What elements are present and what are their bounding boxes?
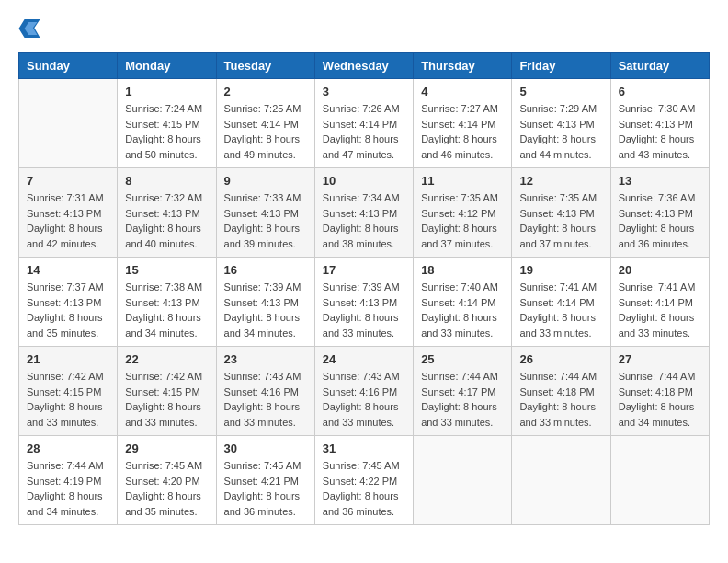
day-cell: 13 Sunrise: 7:36 AM Sunset: 4:13 PM Dayl… [610, 168, 709, 258]
day-info: Sunrise: 7:41 AM Sunset: 4:14 PM Dayligh… [519, 280, 602, 340]
day-info: Sunrise: 7:38 AM Sunset: 4:13 PM Dayligh… [125, 280, 208, 340]
day-cell: 26 Sunrise: 7:44 AM Sunset: 4:18 PM Dayl… [512, 347, 610, 436]
day-number: 18 [421, 263, 504, 277]
day-info: Sunrise: 7:33 AM Sunset: 4:13 PM Dayligh… [224, 190, 307, 251]
day-cell [19, 79, 118, 168]
day-number: 19 [519, 263, 602, 277]
day-number: 5 [519, 85, 602, 98]
day-cell: 6 Sunrise: 7:30 AM Sunset: 4:13 PM Dayli… [610, 79, 709, 168]
day-number: 12 [519, 174, 602, 188]
day-number: 24 [323, 352, 405, 366]
day-number: 8 [125, 174, 208, 188]
week-row-3: 14 Sunrise: 7:37 AM Sunset: 4:13 PM Dayl… [19, 258, 710, 347]
day-cell: 30 Sunrise: 7:45 AM Sunset: 4:21 PM Dayl… [216, 436, 314, 525]
day-cell: 7 Sunrise: 7:31 AM Sunset: 4:13 PM Dayli… [19, 168, 118, 258]
weekday-header-wednesday: Wednesday [314, 53, 413, 79]
day-info: Sunrise: 7:34 AM Sunset: 4:13 PM Dayligh… [323, 190, 405, 251]
day-cell: 12 Sunrise: 7:35 AM Sunset: 4:13 PM Dayl… [512, 168, 610, 258]
day-info: Sunrise: 7:31 AM Sunset: 4:13 PM Dayligh… [27, 190, 109, 251]
day-info: Sunrise: 7:39 AM Sunset: 4:13 PM Dayligh… [323, 280, 405, 340]
day-number: 2 [224, 85, 307, 98]
day-cell: 1 Sunrise: 7:24 AM Sunset: 4:15 PM Dayli… [118, 79, 216, 168]
day-cell: 23 Sunrise: 7:43 AM Sunset: 4:16 PM Dayl… [216, 347, 314, 436]
weekday-header-monday: Monday [118, 53, 216, 79]
day-info: Sunrise: 7:30 AM Sunset: 4:13 PM Dayligh… [619, 101, 701, 162]
day-number: 6 [619, 85, 701, 98]
day-number: 29 [125, 442, 208, 455]
day-cell: 3 Sunrise: 7:26 AM Sunset: 4:14 PM Dayli… [314, 79, 413, 168]
day-info: Sunrise: 7:45 AM Sunset: 4:21 PM Dayligh… [224, 458, 307, 519]
day-number: 28 [27, 442, 109, 455]
day-number: 23 [224, 352, 307, 366]
day-info: Sunrise: 7:37 AM Sunset: 4:13 PM Dayligh… [27, 280, 109, 340]
weekday-header-saturday: Saturday [610, 53, 709, 79]
day-info: Sunrise: 7:44 AM Sunset: 4:19 PM Dayligh… [27, 458, 109, 519]
day-number: 17 [323, 263, 405, 277]
day-cell [610, 436, 709, 525]
day-info: Sunrise: 7:43 AM Sunset: 4:16 PM Dayligh… [323, 369, 405, 430]
day-info: Sunrise: 7:41 AM Sunset: 4:14 PM Dayligh… [619, 280, 701, 340]
day-number: 27 [619, 352, 701, 366]
week-row-1: 1 Sunrise: 7:24 AM Sunset: 4:15 PM Dayli… [19, 79, 710, 168]
day-cell: 21 Sunrise: 7:42 AM Sunset: 4:15 PM Dayl… [19, 347, 118, 436]
header [18, 18, 710, 38]
day-cell: 22 Sunrise: 7:42 AM Sunset: 4:15 PM Dayl… [118, 347, 216, 436]
day-info: Sunrise: 7:42 AM Sunset: 4:15 PM Dayligh… [27, 369, 109, 430]
weekday-header-friday: Friday [512, 53, 610, 79]
day-cell: 2 Sunrise: 7:25 AM Sunset: 4:14 PM Dayli… [216, 79, 314, 168]
logo [18, 18, 44, 38]
day-info: Sunrise: 7:44 AM Sunset: 4:18 PM Dayligh… [619, 369, 701, 430]
day-number: 25 [421, 352, 504, 366]
day-number: 14 [27, 263, 109, 277]
weekday-header-sunday: Sunday [19, 53, 118, 79]
calendar: SundayMondayTuesdayWednesdayThursdayFrid… [18, 52, 710, 525]
weekday-header-row: SundayMondayTuesdayWednesdayThursdayFrid… [19, 53, 710, 79]
day-cell: 31 Sunrise: 7:45 AM Sunset: 4:22 PM Dayl… [314, 436, 413, 525]
day-cell: 20 Sunrise: 7:41 AM Sunset: 4:14 PM Dayl… [610, 258, 709, 347]
day-cell: 18 Sunrise: 7:40 AM Sunset: 4:14 PM Dayl… [414, 258, 512, 347]
day-cell: 14 Sunrise: 7:37 AM Sunset: 4:13 PM Dayl… [19, 258, 118, 347]
weekday-header-tuesday: Tuesday [216, 53, 314, 79]
day-number: 20 [619, 263, 701, 277]
day-info: Sunrise: 7:44 AM Sunset: 4:18 PM Dayligh… [519, 369, 602, 430]
day-number: 1 [125, 85, 208, 98]
day-number: 26 [519, 352, 602, 366]
day-info: Sunrise: 7:36 AM Sunset: 4:13 PM Dayligh… [619, 190, 701, 251]
day-info: Sunrise: 7:39 AM Sunset: 4:13 PM Dayligh… [224, 280, 307, 340]
day-info: Sunrise: 7:26 AM Sunset: 4:14 PM Dayligh… [323, 101, 405, 162]
day-cell [512, 436, 610, 525]
day-number: 13 [619, 174, 701, 188]
day-info: Sunrise: 7:29 AM Sunset: 4:13 PM Dayligh… [519, 101, 602, 162]
week-row-5: 28 Sunrise: 7:44 AM Sunset: 4:19 PM Dayl… [19, 436, 710, 525]
day-info: Sunrise: 7:35 AM Sunset: 4:12 PM Dayligh… [421, 190, 504, 251]
day-info: Sunrise: 7:45 AM Sunset: 4:20 PM Dayligh… [125, 458, 208, 519]
day-cell: 4 Sunrise: 7:27 AM Sunset: 4:14 PM Dayli… [414, 79, 512, 168]
day-number: 30 [224, 442, 307, 455]
day-info: Sunrise: 7:24 AM Sunset: 4:15 PM Dayligh… [125, 101, 208, 162]
day-info: Sunrise: 7:42 AM Sunset: 4:15 PM Dayligh… [125, 369, 208, 430]
day-cell: 16 Sunrise: 7:39 AM Sunset: 4:13 PM Dayl… [216, 258, 314, 347]
day-number: 7 [27, 174, 109, 188]
logo-icon [18, 19, 40, 38]
day-number: 22 [125, 352, 208, 366]
day-cell: 5 Sunrise: 7:29 AM Sunset: 4:13 PM Dayli… [512, 79, 610, 168]
day-cell: 11 Sunrise: 7:35 AM Sunset: 4:12 PM Dayl… [414, 168, 512, 258]
week-row-2: 7 Sunrise: 7:31 AM Sunset: 4:13 PM Dayli… [19, 168, 710, 258]
day-cell [414, 436, 512, 525]
day-number: 15 [125, 263, 208, 277]
day-number: 3 [323, 85, 405, 98]
day-cell: 15 Sunrise: 7:38 AM Sunset: 4:13 PM Dayl… [118, 258, 216, 347]
day-number: 31 [323, 442, 405, 455]
day-number: 4 [421, 85, 504, 98]
day-cell: 24 Sunrise: 7:43 AM Sunset: 4:16 PM Dayl… [314, 347, 413, 436]
day-cell: 9 Sunrise: 7:33 AM Sunset: 4:13 PM Dayli… [216, 168, 314, 258]
day-number: 16 [224, 263, 307, 277]
day-info: Sunrise: 7:44 AM Sunset: 4:17 PM Dayligh… [421, 369, 504, 430]
day-info: Sunrise: 7:43 AM Sunset: 4:16 PM Dayligh… [224, 369, 307, 430]
day-number: 9 [224, 174, 307, 188]
day-number: 21 [27, 352, 109, 366]
day-cell: 25 Sunrise: 7:44 AM Sunset: 4:17 PM Dayl… [414, 347, 512, 436]
day-cell: 8 Sunrise: 7:32 AM Sunset: 4:13 PM Dayli… [118, 168, 216, 258]
week-row-4: 21 Sunrise: 7:42 AM Sunset: 4:15 PM Dayl… [19, 347, 710, 436]
day-cell: 17 Sunrise: 7:39 AM Sunset: 4:13 PM Dayl… [314, 258, 413, 347]
